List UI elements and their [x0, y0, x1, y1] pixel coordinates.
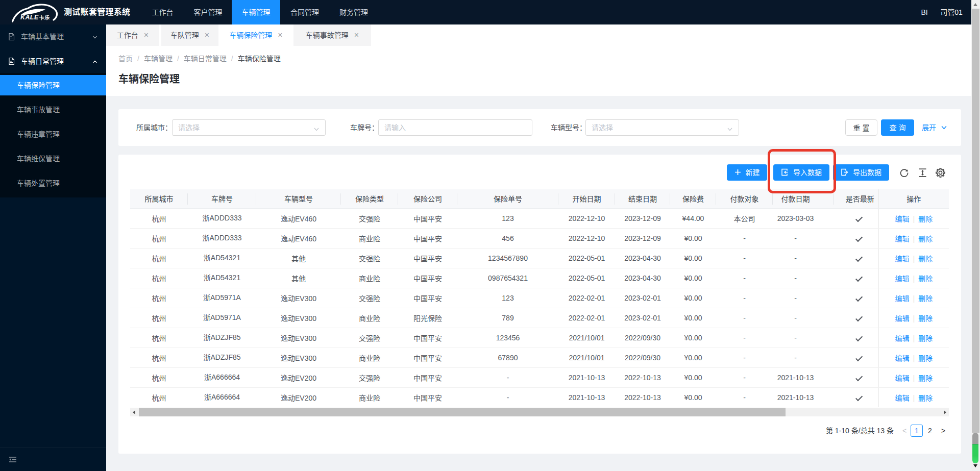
svg-text:KALE卡乐: KALE卡乐: [20, 14, 50, 21]
